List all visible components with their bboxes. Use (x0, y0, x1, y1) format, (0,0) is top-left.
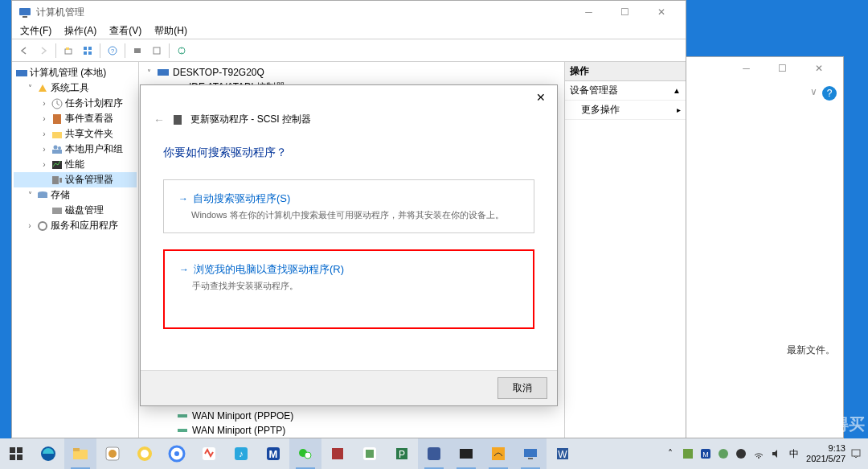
svg-rect-32 (174, 115, 182, 125)
svg-rect-6 (84, 51, 87, 55)
svg-rect-21 (52, 176, 59, 184)
tray-icon[interactable] (681, 446, 695, 461)
tree-root[interactable]: 计算机管理 (本地) (14, 65, 137, 80)
svg-rect-39 (73, 448, 80, 451)
tree-systools[interactable]: ˅系统工具 (14, 80, 137, 96)
actions-section[interactable]: 设备管理器▲ (565, 81, 686, 101)
taskbar-app11[interactable] (418, 438, 450, 469)
clock[interactable]: 9:13 2021/5/27 (806, 443, 845, 464)
taskbar-wechat[interactable] (289, 438, 321, 469)
tree-share[interactable]: ›共享文件夹 (14, 126, 137, 142)
back-button[interactable] (15, 42, 33, 60)
tree-users[interactable]: ›本地用户和组 (14, 142, 137, 157)
taskbar-app8[interactable] (321, 438, 354, 469)
tree-devmgr[interactable]: 设备管理器 (14, 172, 137, 187)
taskbar-app10[interactable]: P (386, 438, 418, 469)
menu-help[interactable]: 帮助(H) (149, 23, 192, 39)
device-miniport[interactable]: WAN Miniport (PPPOE) (142, 409, 561, 423)
tool1-button[interactable] (129, 42, 146, 60)
tree-perf[interactable]: ›性能 (14, 157, 137, 172)
tree-services[interactable]: ›服务和应用程序 (14, 218, 137, 233)
svg-point-69 (719, 449, 728, 459)
option-auto-search[interactable]: →自动搜索驱动程序(S) Windows 将在你的计算机中搜索最佳可用驱动程序，… (163, 179, 534, 233)
tree-event[interactable]: ›事件查看器 (14, 111, 137, 126)
menu-action[interactable]: 操作(A) (59, 23, 101, 39)
notifications-icon[interactable] (850, 446, 862, 462)
taskbar-app5[interactable]: ♪ (225, 438, 257, 469)
tree-disk[interactable]: 磁盘管理 (14, 203, 137, 218)
tree-pane: 计算机管理 (本地) ˅系统工具 ›任务计划程序 ›事件查看器 ›共享文件夹 ›… (12, 62, 139, 438)
tray-wifi-icon[interactable] (751, 446, 766, 461)
maximize-button[interactable]: ☐ (607, 1, 643, 23)
taskbar-app9[interactable] (354, 438, 386, 469)
svg-point-70 (736, 449, 746, 459)
svg-rect-3 (66, 47, 69, 50)
option-browse-computer[interactable]: →浏览我的电脑以查找驱动程序(R) 手动查找并安装驱动程序。 (163, 249, 534, 329)
svg-rect-0 (19, 8, 31, 15)
tree-task[interactable]: ›任务计划程序 (14, 96, 137, 111)
minimize-button[interactable]: ─ (571, 1, 607, 23)
titlebar: 计算机管理 ─ ☐ ✕ (12, 1, 686, 23)
svg-rect-13 (16, 70, 27, 76)
arrow-icon: → (179, 264, 189, 275)
taskbar-app13[interactable] (482, 438, 514, 469)
taskbar-app6[interactable]: M (257, 438, 289, 469)
toolbar: ? (12, 39, 686, 62)
actions-more[interactable]: 更多操作▸ (565, 101, 686, 120)
svg-rect-72 (852, 450, 860, 456)
arrow-icon: → (178, 193, 188, 204)
tray-icon[interactable] (716, 446, 731, 461)
taskbar-chrome[interactable] (161, 438, 193, 469)
taskbar-edge[interactable] (32, 438, 64, 469)
svg-point-53 (305, 452, 311, 459)
taskbar-devmgr[interactable] (514, 438, 547, 469)
svg-text:♪: ♪ (239, 449, 244, 459)
tree-storage[interactable]: ˅存储 (14, 187, 137, 203)
taskbar-explorer[interactable] (64, 438, 96, 469)
taskbar-app1[interactable] (96, 438, 129, 469)
tray-ime-icon[interactable]: 中 (787, 446, 801, 461)
app-icon (18, 6, 31, 19)
svg-rect-24 (38, 193, 47, 198)
tray-volume-icon[interactable] (769, 446, 784, 461)
help-icon[interactable]: ? (822, 86, 837, 101)
tray-up-icon[interactable]: ˄ (663, 446, 678, 461)
svg-rect-15 (53, 114, 61, 124)
up-button[interactable] (59, 42, 77, 60)
svg-rect-16 (52, 132, 62, 138)
svg-rect-36 (17, 455, 23, 460)
svg-rect-7 (88, 51, 92, 55)
taskbar-app2[interactable] (129, 438, 161, 469)
bg-close-button[interactable]: ✕ (800, 57, 837, 80)
back-arrow-icon[interactable]: ← (154, 113, 165, 126)
bg-minimize-button[interactable]: ─ (728, 57, 764, 80)
start-button[interactable] (0, 438, 32, 469)
svg-rect-5 (88, 47, 92, 50)
taskbar-app12[interactable] (450, 438, 482, 469)
menu-file[interactable]: 文件(F) (15, 23, 56, 39)
taskbar-word[interactable]: W (547, 438, 579, 469)
tool2-button[interactable] (148, 42, 166, 60)
tray-icon[interactable] (734, 446, 748, 461)
svg-rect-35 (10, 455, 15, 460)
tray-icon[interactable]: M (698, 446, 713, 461)
driver-update-dialog: ✕ ← 更新驱动程序 - SCSI 控制器 你要如何搜索驱动程序？ →自动搜索驱… (140, 84, 558, 406)
device-miniport[interactable]: WAN Miniport (PPTP) (142, 423, 561, 438)
close-button[interactable]: ✕ (643, 1, 679, 23)
svg-rect-62 (524, 449, 537, 457)
tool3-button[interactable] (173, 42, 190, 60)
actions-header: 操作 (565, 62, 686, 81)
watermark: 值 | 什么值得买 (755, 413, 865, 435)
bg-maximize-button[interactable]: ☐ (764, 57, 800, 80)
device-root[interactable]: ˅DESKTOP-T92G20Q (142, 65, 561, 80)
svg-rect-60 (460, 449, 473, 459)
view-button[interactable] (79, 42, 96, 60)
help-button[interactable]: ? (104, 42, 121, 60)
menu-view[interactable]: 查看(V) (104, 23, 146, 39)
forward-button[interactable] (35, 42, 52, 60)
svg-rect-19 (52, 150, 62, 154)
taskbar-app4[interactable] (193, 438, 225, 469)
dialog-close-button[interactable]: ✕ (530, 88, 552, 106)
svg-rect-29 (178, 414, 187, 418)
cancel-button[interactable]: 取消 (497, 377, 547, 399)
